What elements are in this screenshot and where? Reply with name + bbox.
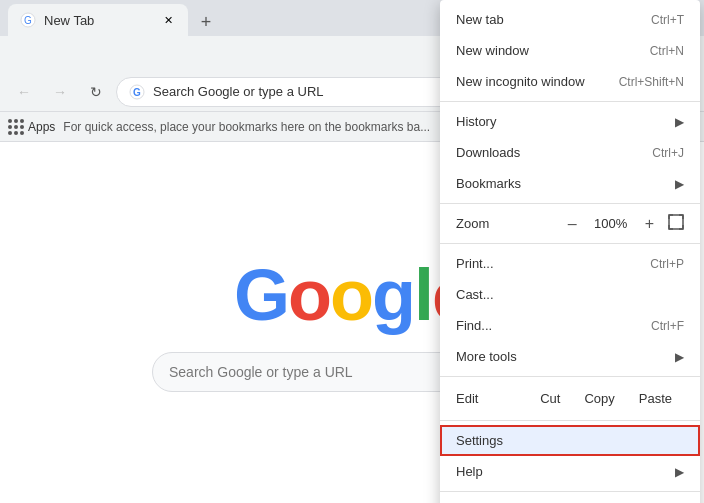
menu-item-new-tab-shortcut: Ctrl+T [651, 13, 684, 27]
logo-l: l [414, 254, 432, 336]
menu-item-downloads-label: Downloads [456, 145, 520, 160]
menu-item-print-label: Print... [456, 256, 494, 271]
logo-o2: o [330, 254, 372, 336]
menu-item-downloads-shortcut: Ctrl+J [652, 146, 684, 160]
menu-item-find[interactable]: Find... Ctrl+F [440, 310, 700, 341]
context-menu: New tab Ctrl+T New window Ctrl+N New inc… [440, 0, 700, 503]
menu-item-new-tab-label: New tab [456, 12, 504, 27]
paste-button[interactable]: Paste [627, 387, 684, 410]
menu-divider-5 [440, 420, 700, 421]
menu-item-new-tab[interactable]: New tab Ctrl+T [440, 4, 700, 35]
cut-button[interactable]: Cut [528, 387, 572, 410]
menu-item-more-tools[interactable]: More tools ▶ [440, 341, 700, 372]
menu-item-incognito[interactable]: New incognito window Ctrl+Shift+N [440, 66, 700, 97]
menu-divider-4 [440, 376, 700, 377]
apps-label: Apps [28, 120, 55, 134]
menu-item-history-label: History [456, 114, 496, 129]
apps-button[interactable]: Apps [8, 119, 55, 135]
menu-item-incognito-label: New incognito window [456, 74, 585, 89]
menu-divider-1 [440, 101, 700, 102]
menu-item-settings[interactable]: Settings [440, 425, 700, 456]
menu-item-incognito-shortcut: Ctrl+Shift+N [619, 75, 684, 89]
menu-item-new-window-shortcut: Ctrl+N [650, 44, 684, 58]
menu-item-bookmarks-arrow: ▶ [675, 177, 684, 191]
tab-favicon: G [20, 12, 36, 28]
tab-title: New Tab [44, 13, 152, 28]
google-icon: G [129, 84, 145, 100]
menu-item-cast-label: Cast... [456, 287, 494, 302]
menu-item-more-tools-label: More tools [456, 349, 517, 364]
menu-item-new-window[interactable]: New window Ctrl+N [440, 35, 700, 66]
fullscreen-icon [668, 214, 684, 230]
menu-item-downloads[interactable]: Downloads Ctrl+J [440, 137, 700, 168]
reload-button[interactable]: ↻ [80, 76, 112, 108]
edit-label: Edit [456, 391, 478, 406]
zoom-in-button[interactable]: + [641, 215, 658, 233]
menu-item-help-arrow: ▶ [675, 465, 684, 479]
zoom-control: Zoom – 100% + [440, 208, 700, 239]
copy-button[interactable]: Copy [572, 387, 626, 410]
menu-item-more-tools-arrow: ▶ [675, 350, 684, 364]
menu-item-help[interactable]: Help ▶ [440, 456, 700, 487]
svg-text:G: G [24, 15, 32, 26]
menu-item-bookmarks[interactable]: Bookmarks ▶ [440, 168, 700, 199]
main-content: G o o g l e Search Google or type a URL … [0, 142, 704, 503]
apps-icon [8, 119, 24, 135]
svg-rect-7 [669, 215, 683, 229]
zoom-value: 100% [591, 216, 631, 231]
logo-o1: o [288, 254, 330, 336]
menu-item-help-label: Help [456, 464, 483, 479]
bookmarks-message: For quick access, place your bookmarks h… [63, 120, 430, 134]
menu-item-print[interactable]: Print... Ctrl+P [440, 248, 700, 279]
fullscreen-button[interactable] [668, 214, 684, 233]
menu-item-exit[interactable]: Exit [440, 496, 700, 503]
active-tab[interactable]: G New Tab ✕ [8, 4, 188, 36]
forward-button[interactable]: → [44, 76, 76, 108]
back-button[interactable]: ← [8, 76, 40, 108]
menu-item-find-label: Find... [456, 318, 492, 333]
tab-close-button[interactable]: ✕ [160, 12, 176, 28]
menu-item-bookmarks-label: Bookmarks [456, 176, 521, 191]
svg-text:G: G [133, 87, 141, 98]
menu-item-new-window-label: New window [456, 43, 529, 58]
search-placeholder: Search Google or type a URL [169, 364, 353, 380]
menu-item-cast[interactable]: Cast... [440, 279, 700, 310]
menu-item-print-shortcut: Ctrl+P [650, 257, 684, 271]
menu-divider-6 [440, 491, 700, 492]
new-tab-button[interactable]: + [192, 8, 220, 36]
logo-g2: g [372, 254, 414, 336]
zoom-row: – 100% + [564, 214, 684, 233]
zoom-out-button[interactable]: – [564, 215, 581, 233]
menu-item-history-arrow: ▶ [675, 115, 684, 129]
edit-row: Edit Cut Copy Paste [440, 381, 700, 416]
google-logo: G o o g l e [234, 254, 470, 336]
edit-actions: Cut Copy Paste [528, 387, 684, 410]
menu-item-settings-label: Settings [456, 433, 503, 448]
menu-item-find-shortcut: Ctrl+F [651, 319, 684, 333]
zoom-label: Zoom [456, 216, 489, 231]
logo-g: G [234, 254, 288, 336]
menu-item-history[interactable]: History ▶ [440, 106, 700, 137]
menu-divider-2 [440, 203, 700, 204]
menu-divider-3 [440, 243, 700, 244]
